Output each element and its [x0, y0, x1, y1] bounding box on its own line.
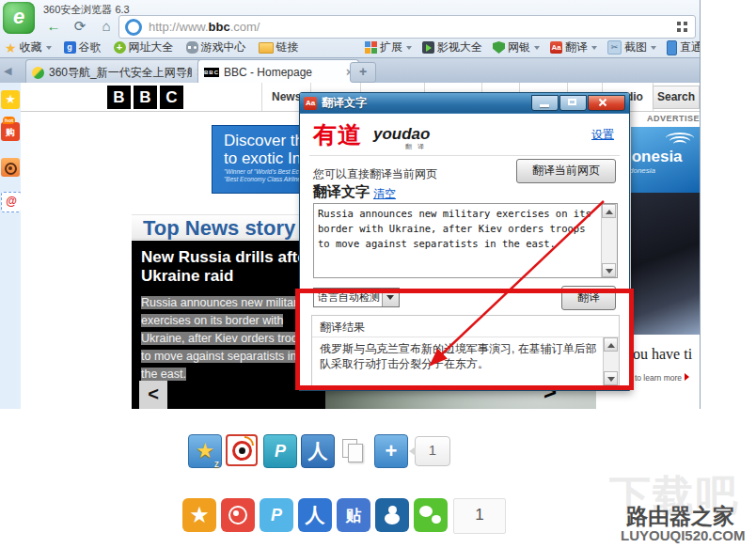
toolbar-video[interactable]: 影视大全	[422, 39, 482, 55]
translate-page-hint: 您可以直接翻译当前网页	[313, 166, 437, 182]
bookmark-label: 谷歌	[79, 39, 102, 55]
tencent-p-glyph: P	[275, 442, 286, 462]
source-textarea[interactable]: Russia announces new military exercises …	[313, 203, 618, 278]
toolbar-label: 直通手机	[680, 39, 700, 55]
url-suffix: .com/	[230, 20, 260, 34]
bookmark-links[interactable]: 链接	[259, 39, 299, 55]
maximize-button[interactable]	[559, 95, 587, 111]
sidebar-ad-text: you have ti	[625, 346, 700, 363]
scrollbar[interactable]	[601, 204, 617, 277]
scrollbar[interactable]	[603, 337, 619, 385]
tab-bbc-homepage[interactable]: BBC BBC - Homepage ×	[197, 59, 359, 85]
dialog-title: 翻译文字	[322, 95, 530, 111]
dialog-body: 有道 youdao 翻 译 设置 您可以直接翻译当前网页 翻译当前网页 翻译文字…	[300, 113, 629, 390]
toolbar-extensions-menu[interactable]: 扩展	[365, 39, 412, 55]
sidebar-shopping-icon[interactable]: 购 hot	[1, 122, 20, 141]
tab-360nav[interactable]: 360导航_新一代安全上网导航 ×	[25, 59, 210, 85]
language-select[interactable]: 语言自动检测	[313, 288, 400, 307]
settings-link[interactable]: 设置	[591, 127, 614, 143]
toolbar-label: 网银	[508, 39, 530, 55]
learn-more-link[interactable]: re to learn more	[625, 373, 689, 383]
toolbar-phone[interactable]: 直通手机	[667, 39, 700, 55]
share-more-icon[interactable]: +	[374, 434, 408, 468]
youdao-translate-dialog: Aa 翻译文字 有道 youdao 翻 译 设置 您可以直接翻译当前网页 翻译当…	[299, 92, 630, 391]
banner-ad-right[interactable]: lonesia donesia	[631, 127, 700, 193]
search-button[interactable]: Search	[653, 86, 700, 109]
scroll-up-icon[interactable]	[602, 204, 616, 218]
share-tencent-weibo-icon[interactable]: P	[263, 434, 297, 468]
refresh-button[interactable]: ⟳	[68, 16, 92, 37]
share-wechat-icon[interactable]	[414, 498, 448, 532]
share-qzone-icon[interactable]: ★z	[188, 434, 222, 468]
tab-label: BBC - Homepage	[224, 66, 341, 79]
translate-text-section-title: 翻译文字	[313, 183, 370, 201]
ad-brand-text: lonesia	[631, 148, 683, 166]
bookmark-label: 链接	[276, 39, 299, 55]
divider	[309, 155, 620, 156]
translate-page-button[interactable]: 翻译当前网页	[516, 159, 616, 183]
tencent-p-glyph: P	[271, 506, 282, 525]
address-bar[interactable]: http://www. bbc .com/	[118, 15, 696, 39]
favorites-label: 收藏	[20, 39, 42, 55]
translate-icon: Aa	[550, 41, 562, 54]
result-text: 俄罗斯与乌克兰宣布新的边境军事演习, 在基辅订单后部队采取行动打击分裂分子在东方…	[320, 341, 600, 371]
minimize-button[interactable]	[531, 95, 559, 111]
share-qq-icon[interactable]	[375, 498, 409, 532]
shield-icon	[493, 41, 505, 54]
new-tab-button[interactable]: +	[350, 62, 376, 83]
weibo-eye-glyph	[232, 441, 252, 461]
share-qzone-icon[interactable]: ★	[182, 498, 216, 532]
toolbar-screenshot[interactable]: ✂ 截图	[607, 39, 656, 55]
bookmark-sites[interactable]: + 网址大全	[114, 39, 174, 55]
story-headline[interactable]: New Russia drills after Ukraine raid	[141, 248, 316, 286]
dropdown-arrow-icon[interactable]	[382, 289, 399, 306]
youdao-logo-latin: youdao	[373, 125, 430, 144]
bookmark-google[interactable]: g 谷歌	[64, 39, 102, 55]
sidebar-favorites-icon[interactable]: ★	[1, 90, 20, 109]
url-prefix: http://www.	[149, 20, 209, 34]
clear-link[interactable]: 清空	[373, 186, 396, 202]
source-text: Russia announces new military exercises …	[318, 207, 600, 251]
scroll-up-icon[interactable]	[604, 337, 618, 352]
home-button[interactable]: ⌂	[94, 16, 118, 37]
chevron-down-icon	[591, 46, 597, 50]
extensions-icon	[365, 41, 377, 54]
share-renren-icon[interactable]: 人	[301, 434, 335, 468]
share-renren-icon[interactable]: 人	[298, 498, 332, 532]
carousel-prev-button[interactable]: <	[139, 381, 167, 409]
tab-list-icon[interactable]: ◀	[4, 65, 11, 77]
share-sina-weibo-icon[interactable]	[226, 434, 258, 466]
dialog-title-bar[interactable]: Aa 翻译文字	[300, 93, 629, 113]
result-box: 翻译结果 俄罗斯与乌克兰宣布新的边境军事演习, 在基辅订单后部队采取行动打击分裂…	[311, 315, 620, 386]
bbc-logo[interactable]: B B C	[107, 86, 183, 109]
sidebar-ad-image[interactable]	[631, 193, 700, 335]
share-tencent-weibo-icon[interactable]: P	[260, 498, 293, 532]
language-row: 语言自动检测 翻译	[313, 286, 616, 308]
share-sina-weibo-icon[interactable]	[221, 498, 255, 532]
copy-link-icon[interactable]	[337, 434, 369, 466]
toolbar-translate[interactable]: Aa 翻译	[550, 39, 597, 55]
site-info-icon[interactable]	[125, 19, 142, 36]
copy-pages-glyph	[341, 438, 364, 462]
favorites-menu[interactable]: ★ 收藏	[5, 39, 52, 55]
browser-logo-icon[interactable]: e	[3, 2, 35, 34]
share-count-box: 1	[453, 498, 506, 534]
sidebar-weibo-icon[interactable]	[1, 158, 20, 177]
shop-glyph: 购	[6, 127, 15, 137]
youdao-logo-sub: 翻 译	[405, 142, 426, 151]
toolbar-banking[interactable]: 网银	[493, 39, 540, 55]
share-tieba-icon[interactable]: 贴	[337, 498, 370, 532]
chevron-down-icon	[406, 46, 412, 50]
site-directory-icon: +	[114, 41, 126, 54]
bookmark-game-center[interactable]: 游戏中心	[186, 39, 246, 55]
qr-code-icon[interactable]	[677, 22, 687, 32]
scroll-down-icon[interactable]	[602, 263, 616, 277]
screenshot-icon: ✂	[607, 40, 622, 55]
scroll-down-icon[interactable]	[604, 371, 618, 385]
translate-button[interactable]: 翻译	[561, 286, 616, 310]
bookmark-label: 游戏中心	[201, 39, 246, 55]
close-button[interactable]	[588, 95, 625, 111]
star-glyph: ★	[189, 502, 210, 528]
sidebar-mention-icon[interactable]: @	[1, 192, 22, 212]
back-button[interactable]: ←	[41, 16, 66, 37]
